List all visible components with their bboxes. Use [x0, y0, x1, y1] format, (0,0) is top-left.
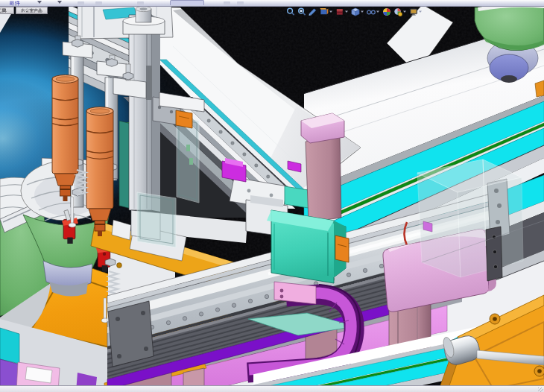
- cad-detail: [243, 153, 246, 156]
- dropdown-caret-icon[interactable]: [344, 7, 349, 16]
- tab-office-glyphs: [21, 8, 42, 13]
- cad-detail: [493, 250, 496, 253]
- command-manager-toolbar: 部件: [0, 0, 544, 7]
- cad-detail: [347, 273, 350, 276]
- edit-appearance-icon[interactable]: [382, 7, 391, 16]
- section-view-icon[interactable]: [320, 7, 329, 16]
- cad-detail: [63, 196, 68, 201]
- toolbar-pressed-button[interactable]: [170, 0, 204, 5]
- tab-tools[interactable]: 工具: [0, 7, 14, 14]
- dropdown-caret-icon[interactable]: [418, 7, 423, 16]
- tower-label-block: [146, 66, 152, 100]
- stem-2: [104, 298, 107, 319]
- cad-detail: [363, 268, 367, 272]
- headsup-view-orientation[interactable]: [335, 7, 349, 16]
- headsup-apply-scene[interactable]: [393, 7, 407, 16]
- cad-glass-enclosure: [417, 159, 523, 281]
- cad-detail: [265, 294, 268, 298]
- cad-detail: [270, 194, 273, 197]
- cad-detail: [170, 110, 173, 113]
- hex-nut: [123, 72, 133, 80]
- cad-detail: [493, 265, 497, 268]
- headsup-zoom-to-area[interactable]: [297, 7, 306, 16]
- tower-column: [129, 15, 152, 210]
- toolbar-button-partial[interactable]: [78, 1, 84, 5]
- toolbar-button-partial[interactable]: [224, 1, 230, 5]
- cad-detail: [207, 119, 210, 122]
- cad-detail: [60, 186, 71, 196]
- orange-clip-2: [335, 235, 349, 262]
- cad-detail: [379, 264, 383, 268]
- zoom-to-area-icon[interactable]: [297, 7, 306, 16]
- cad-detail: [280, 289, 284, 293]
- cad-detail: [95, 221, 105, 231]
- toolbar-dropdown-caret-2[interactable]: [57, 1, 62, 4]
- cad-detail: [140, 7, 148, 10]
- bowl-foot: [501, 75, 517, 83]
- heads-up-view-toolbar: [286, 7, 423, 16]
- cad-detail: [493, 317, 497, 321]
- cad-detail: [280, 295, 284, 299]
- toolbar-button-partial[interactable]: [95, 1, 102, 5]
- headsup-display-style[interactable]: [351, 7, 364, 16]
- cad-detail: [116, 317, 120, 321]
- apply-scene-icon[interactable]: [393, 7, 402, 16]
- right-edge-orange-part: [535, 80, 544, 97]
- cad-detail: [69, 223, 76, 227]
- zoom-to-fit-icon[interactable]: [286, 7, 295, 16]
- dropdown-caret-icon[interactable]: [402, 7, 407, 16]
- cad-detail: [54, 174, 76, 186]
- dropdown-caret-icon[interactable]: [376, 7, 380, 16]
- toolbar-button-partial[interactable]: [237, 1, 244, 5]
- cad-detail: [144, 347, 148, 351]
- status-bar: [0, 385, 544, 392]
- dropdown-caret-icon[interactable]: [329, 7, 333, 16]
- view-settings-icon[interactable]: [409, 7, 418, 16]
- cad-detail: [199, 312, 203, 316]
- orange-clip-1: [176, 110, 192, 128]
- cad-detail: [98, 231, 102, 236]
- tab-office-products[interactable]: 办公室产品: [16, 7, 48, 14]
- headsup-previous-view[interactable]: [309, 7, 317, 16]
- cad-detail: [89, 209, 111, 221]
- toolbar-button-partial[interactable]: [137, 1, 144, 5]
- tab-tools-glyphs: [0, 8, 7, 13]
- cad-detail: [231, 142, 234, 145]
- previous-view-icon[interactable]: [309, 7, 317, 16]
- headsup-section-view[interactable]: [320, 7, 333, 16]
- cad-detail: [232, 303, 235, 307]
- cad-detail: [166, 320, 170, 324]
- corner-teal: [0, 328, 19, 364]
- toolbar-dropdown-caret-1[interactable]: [37, 1, 42, 4]
- display-style-icon[interactable]: [351, 7, 360, 16]
- insert-component-glyphs: [10, 1, 20, 6]
- insert-component-label[interactable]: 部件: [10, 1, 20, 6]
- cad-detail: [67, 238, 72, 244]
- headsup-view-settings[interactable]: [409, 7, 423, 16]
- actuator-end-plate: [108, 301, 154, 367]
- hex-nut: [105, 259, 116, 266]
- headsup-edit-appearance[interactable]: [382, 7, 391, 16]
- cad-detail: [102, 265, 108, 272]
- cad-viewport[interactable]: [0, 0, 544, 392]
- cad-detail: [103, 253, 106, 256]
- cad-detail: [219, 130, 222, 133]
- cad-detail: [537, 369, 542, 373]
- hex-nut: [72, 39, 83, 48]
- headsup-zoom-to-fit[interactable]: [286, 7, 295, 16]
- view-orientation-icon[interactable]: [335, 7, 344, 16]
- riser-column: [306, 136, 341, 222]
- cad-detail: [255, 164, 258, 167]
- cad-detail: [90, 109, 110, 113]
- command-manager-tabs: 工具 办公室产品: [0, 7, 49, 14]
- cad-detail: [267, 175, 270, 178]
- cad-detail: [56, 77, 75, 81]
- cad-detail: [141, 311, 145, 315]
- fixture-hole-1: [117, 263, 122, 268]
- cad-detail: [247, 189, 251, 193]
- dropdown-caret-icon[interactable]: [360, 7, 364, 16]
- hide-show-items-icon[interactable]: [367, 7, 376, 16]
- resize-grip[interactable]: [538, 388, 543, 392]
- headsup-hide-show-items[interactable]: [367, 7, 380, 16]
- cad-detail: [215, 308, 219, 312]
